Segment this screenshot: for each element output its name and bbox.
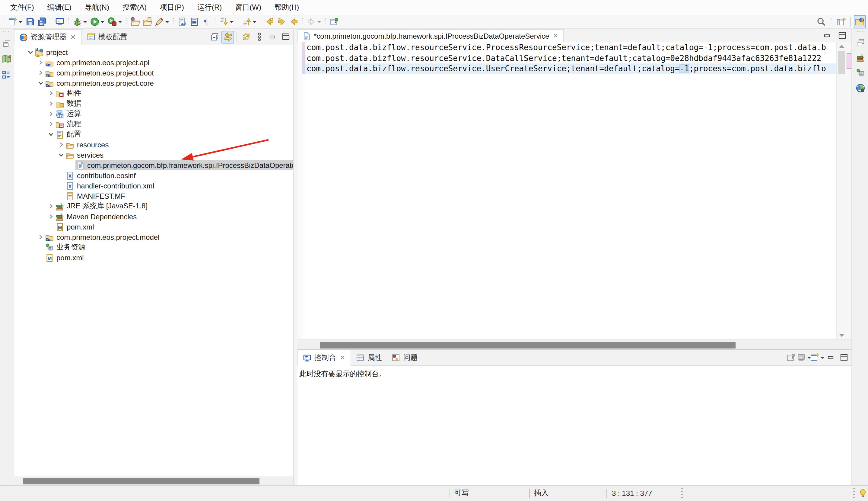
minimize-button[interactable] [821,29,833,42]
dropdown-caret-icon[interactable] [19,21,22,23]
dropdown-caret-icon[interactable] [83,21,87,23]
library-button[interactable] [855,53,866,63]
editor-line[interactable]: com.post.data.bizflow.resourceService.Us… [305,63,836,74]
menu-item[interactable]: 编辑(E) [41,0,78,15]
tree-item-body[interactable]: resources [65,139,293,150]
menu-item[interactable]: 项目(P) [153,0,191,15]
tree-item[interactable]: Xhandler-contribution.xml [13,181,293,191]
tree-item[interactable]: MANIFEST.MF [13,191,293,201]
scroll-down-icon[interactable] [839,334,844,337]
tree-item-body[interactable]: Maven Dependencies [55,211,293,222]
save-all-button[interactable] [36,15,48,28]
run-config-button[interactable] [106,15,124,28]
tree-item[interactable]: x运算 [13,109,293,119]
chevron-right-icon[interactable] [37,60,44,65]
doc-return-button[interactable] [176,15,188,28]
open-folder-clip-button[interactable] [141,15,153,28]
run-button[interactable] [89,15,106,28]
view-menu-button[interactable] [253,31,265,43]
tree-item[interactable]: com.primeton.gocom.bfp.framework.spi.IPr… [13,160,293,170]
pilcrow-button[interactable]: ¶ [200,15,212,28]
explorer-hscrollbar[interactable] [13,477,293,486]
editor-tab[interactable]: *com.primeton.gocom.bfp.framework.spi.IP… [297,29,564,43]
next-annotation-button[interactable] [218,15,235,28]
eos-map-button[interactable] [1,54,12,65]
dropdown-caret-icon[interactable] [317,21,321,23]
dropdown-caret-icon[interactable] [253,21,256,23]
tree-item-body[interactable]: Mpom.xml [44,253,293,263]
tree-item[interactable]: Xcontribution.eosinf [13,170,293,181]
link-editor-button[interactable] [221,31,234,43]
editor-text[interactable]: com.post.data.bizflow.resourceService.Pr… [305,42,836,339]
display-console-button[interactable] [798,351,810,364]
tree-item-body[interactable]: x运算 [55,109,293,119]
chevron-down-icon[interactable] [27,50,34,55]
open-console-button[interactable] [811,351,824,364]
marker-pen-button[interactable] [153,15,171,28]
tree-item-body[interactable]: 业务资源 [44,242,293,253]
tree-item[interactable]: Maven Dependencies [13,211,293,222]
tree-item[interactable]: com.primeton.eos.project.core [13,78,293,88]
tree-item-body[interactable]: 构件 [55,88,293,98]
tree-item[interactable]: com.primeton.eos.project.api [13,57,293,68]
tab-properties[interactable]: 属性 [351,350,387,365]
tab-template-config[interactable]: 模板配置 [82,29,132,45]
tab-console[interactable]: 控制台 ✕ [297,350,351,366]
tree-item-body[interactable]: MANIFEST.MF [65,191,293,201]
chevron-down-icon[interactable] [58,152,65,158]
outline-button[interactable] [1,70,12,80]
tree-item-body[interactable]: 配置 [55,129,293,139]
tree-item[interactable]: 业务资源 [13,242,293,253]
menu-item[interactable]: 文件(F) [4,0,41,15]
menu-item[interactable]: 导航(N) [78,0,116,15]
forward-arrow-button[interactable] [305,15,323,28]
last-edit-button[interactable] [264,15,276,28]
tree-item-body[interactable]: Mpom.xml [55,222,293,232]
dropdown-caret-icon[interactable] [118,21,122,23]
tree-item[interactable]: 配置 [13,129,293,139]
editor-line[interactable]: com.post.data.bizflow.resourceService.Pr… [307,42,836,53]
doc-table-button[interactable] [188,15,200,28]
menu-item[interactable]: 帮助(H) [268,0,306,15]
scrollbar-thumb[interactable] [23,478,259,484]
search-button[interactable] [815,15,827,28]
tree-item-body[interactable]: Mproject [34,47,293,57]
tree-item[interactable]: services [13,150,293,160]
tree-item[interactable]: com.primeton.eos.project.boot [13,68,293,78]
close-icon[interactable]: ✕ [70,33,76,41]
tree-item-body[interactable]: Xhandler-contribution.xml [65,181,293,191]
editor-hscrollbar[interactable] [297,339,851,350]
tree-item[interactable]: 构件 [13,88,293,98]
dropdown-caret-icon[interactable] [821,356,824,359]
tree-item[interactable]: JRE 系统库 [JavaSE-1.8] [13,201,293,211]
chevron-right-icon[interactable] [58,142,65,147]
menu-item[interactable]: 搜索(A) [116,0,153,15]
menu-item[interactable]: 运行(R) [191,0,228,15]
debug-button[interactable] [71,15,89,28]
editor-overview-ruler[interactable] [846,42,851,339]
next-edit-button[interactable] [276,15,288,28]
tree-item[interactable]: Mpom.xml [13,253,293,263]
chevron-right-icon[interactable] [47,90,55,96]
pin-editor-button[interactable] [328,15,340,28]
open-perspective-button[interactable] [835,15,847,28]
tree-item-body[interactable]: com.primeton.gocom.bfp.framework.spi.IPr… [75,160,293,170]
tree-item-body[interactable]: JRE 系统库 [JavaSE-1.8] [55,201,293,211]
tree-item-body[interactable]: Xcontribution.eosinf [65,170,293,181]
tree-item[interactable]: Mproject [13,47,293,57]
tree-item[interactable]: resources [13,139,293,150]
tree-item[interactable]: Mpom.xml [13,222,293,232]
chevron-down-icon[interactable] [47,132,55,137]
tree-item-body[interactable]: com.primeton.eos.project.boot [44,68,293,78]
scrollbar-thumb[interactable] [838,51,845,74]
tree-item-body[interactable]: com.primeton.eos.project.model [44,232,293,242]
eos-monitor-button[interactable] [54,15,66,28]
restore-views-button[interactable] [1,38,12,49]
overview-diff-marker[interactable] [847,53,851,69]
scroll-up-icon[interactable] [839,45,844,48]
chevron-right-icon[interactable] [47,204,55,209]
tree-item[interactable]: 流程 [13,119,293,129]
refresh-button[interactable] [240,31,252,43]
collapse-all-button[interactable] [208,31,221,43]
tree-item-body[interactable]: 数据 [55,98,293,109]
